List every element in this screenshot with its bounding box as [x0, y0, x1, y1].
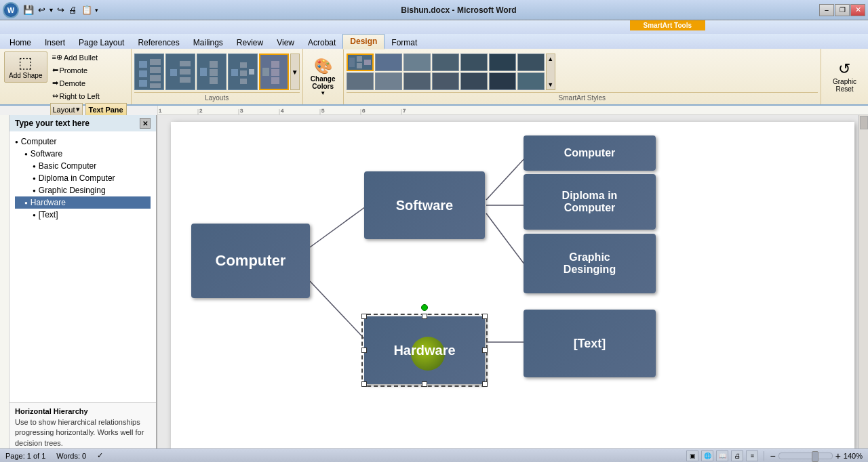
view-draft-btn[interactable]: ≡ — [746, 450, 758, 461]
style-thumb-11[interactable] — [432, 72, 459, 90]
handle-tm[interactable] — [422, 314, 427, 319]
handle-tr[interactable] — [482, 314, 488, 319]
statusbar: Page: 1 of 1 Words: 0 ✓ ▣ 🌐 📖 🖨 ≡ − + 14… — [0, 448, 868, 462]
style-thumb-3[interactable] — [403, 54, 431, 71]
tree-item-computer[interactable]: ● Computer — [15, 135, 151, 148]
tab-acrobat[interactable]: Acrobat — [301, 37, 342, 49]
svg-rect-6 — [150, 83, 161, 88]
box-hardware[interactable]: Hardware — [364, 316, 485, 384]
style-thumb-10[interactable] — [403, 72, 431, 90]
save-icon[interactable]: 💾 — [22, 4, 35, 16]
word-count: Words: 0 — [56, 452, 86, 460]
box-graphic[interactable]: GraphicDesinging — [524, 234, 656, 293]
svg-rect-21 — [271, 61, 279, 68]
smartart-styles-section: ▲ ▼ SmartArt Styles — [344, 49, 821, 104]
tab-format[interactable]: Format — [384, 37, 424, 49]
zoom-slider[interactable] — [778, 453, 833, 459]
tree-item-software[interactable]: ● Software — [15, 148, 151, 160]
layout-thumb-1[interactable] — [134, 54, 164, 90]
add-bullet-button[interactable]: ≡⊕Add Bullet — [50, 51, 127, 63]
style-thumb-8[interactable] — [347, 72, 374, 90]
box-computer[interactable]: Computer — [191, 224, 310, 298]
style-thumb-1[interactable] — [347, 54, 374, 71]
view-web-btn[interactable]: 🌐 — [701, 450, 713, 461]
handle-ml[interactable] — [361, 348, 367, 353]
style-thumb-7[interactable] — [517, 54, 545, 71]
handle-tl[interactable] — [361, 314, 367, 319]
box-text[interactable]: [Text] — [524, 310, 656, 377]
tab-page-layout[interactable]: Page Layout — [72, 37, 131, 49]
restore-button[interactable]: ❐ — [835, 4, 850, 16]
handle-bl[interactable] — [361, 381, 367, 387]
zoom-in-btn[interactable]: + — [835, 450, 841, 461]
redo-icon[interactable]: ↪ — [56, 4, 66, 16]
reset-section: ↺ Graphic Reset — [821, 49, 868, 104]
right-to-left-button[interactable]: ⇔Right to Left — [50, 90, 127, 102]
svg-rect-13 — [210, 69, 218, 76]
tab-home[interactable]: Home — [3, 37, 38, 49]
svg-rect-10 — [180, 77, 191, 83]
rotation-handle[interactable] — [421, 304, 428, 311]
text-pane-button[interactable]: Text Pane — [85, 103, 127, 116]
style-thumb-2[interactable] — [375, 54, 402, 71]
tree-item-basic-computer[interactable]: ● Basic Computer — [15, 160, 151, 172]
layouts-scroll-down[interactable]: ▼ — [290, 54, 300, 90]
promote-button[interactable]: ⬅Promote — [50, 64, 127, 76]
layout-thumb-2[interactable] — [165, 54, 195, 90]
style-thumb-5[interactable] — [460, 54, 488, 71]
print-icon[interactable]: 🖨 — [67, 4, 79, 16]
view-normal-btn[interactable]: ▣ — [686, 450, 698, 461]
change-colors-button[interactable]: 🎨 Change Colors ▼ — [303, 49, 344, 104]
demote-button[interactable]: ➡Demote — [50, 77, 127, 89]
tree-item-diploma[interactable]: ● Diploma in Computer — [15, 172, 151, 184]
style-thumb-4[interactable] — [432, 54, 459, 71]
extra-icon[interactable]: 📋 — [80, 4, 94, 16]
tree-item-hardware[interactable]: ● Hardware — [15, 196, 151, 209]
close-text-pane[interactable]: ✕ — [140, 118, 151, 129]
undo-icon[interactable]: ↩ — [37, 4, 47, 16]
style-thumb-14[interactable] — [517, 72, 545, 90]
tree-item-text[interactable]: ● [Text] — [15, 209, 151, 221]
tab-review[interactable]: Review — [230, 37, 270, 49]
tab-mailings[interactable]: Mailings — [186, 37, 230, 49]
svg-text:5: 5 — [321, 108, 325, 114]
undo-dropdown[interactable]: ▼ — [48, 7, 54, 14]
svg-line-44 — [310, 281, 368, 342]
tab-references[interactable]: References — [131, 37, 186, 49]
view-print-btn[interactable]: 🖨 — [731, 450, 743, 461]
handle-mr[interactable] — [482, 348, 488, 353]
layout-button[interactable]: Layout▾ — [50, 103, 83, 116]
style-thumb-12[interactable] — [460, 72, 488, 90]
zoom-out-btn[interactable]: − — [770, 450, 775, 461]
handle-br[interactable] — [482, 381, 488, 387]
tab-insert[interactable]: Insert — [38, 37, 72, 49]
svg-rect-17 — [240, 70, 247, 76]
layout-thumb-3[interactable] — [197, 54, 226, 90]
box-computer-top[interactable]: Computer — [524, 135, 656, 171]
layouts-section: ▼ Layouts — [132, 49, 303, 104]
svg-text:6: 6 — [362, 108, 366, 114]
add-shape-button[interactable]: ⬚ Add Shape — [4, 51, 47, 83]
view-read-btn[interactable]: 📖 — [716, 450, 728, 461]
style-thumb-13[interactable] — [489, 72, 516, 90]
box-diploma[interactable]: Diploma inComputer — [524, 174, 656, 230]
lang-check-icon[interactable]: ✓ — [97, 451, 103, 460]
customize-icon[interactable]: ▾ — [95, 7, 98, 14]
tree-item-graphic[interactable]: ● Graphic Desinging — [15, 184, 151, 196]
tab-view[interactable]: View — [270, 37, 301, 49]
box-software[interactable]: Software — [364, 171, 485, 239]
office-button[interactable]: W — [3, 2, 19, 18]
close-button[interactable]: ✕ — [850, 4, 865, 16]
reset-graphic-button[interactable]: ↺ Graphic Reset — [828, 57, 861, 96]
minimize-button[interactable]: − — [819, 4, 834, 16]
window-controls: − ❐ ✕ — [819, 4, 865, 16]
styles-scroll[interactable]: ▲ ▼ — [546, 54, 555, 90]
handle-bm[interactable] — [422, 381, 427, 387]
style-thumb-6[interactable] — [489, 54, 516, 71]
layout-thumb-4[interactable] — [228, 54, 258, 90]
style-thumb-9[interactable] — [375, 72, 402, 90]
layout-thumb-5[interactable] — [259, 54, 289, 90]
zoom-level[interactable]: 140% — [844, 452, 863, 460]
tab-design[interactable]: Design — [342, 34, 384, 49]
vertical-scrollbar[interactable] — [859, 115, 868, 454]
